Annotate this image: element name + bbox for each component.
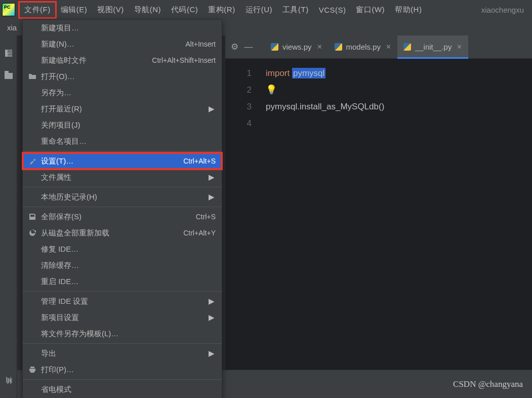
tab-models[interactable]: models.py ✕ bbox=[329, 35, 397, 59]
gear-icon[interactable]: ⚙ bbox=[227, 40, 241, 54]
menu-help[interactable]: 帮助(H) bbox=[390, 2, 427, 18]
svg-rect-1 bbox=[5, 50, 8, 57]
save-icon bbox=[28, 212, 37, 221]
tab-init[interactable]: __init__.py ✕ bbox=[397, 35, 469, 59]
chevron-right-icon: ▶ bbox=[209, 349, 215, 358]
menubar: 文件(F) 编辑(E) 视图(V) 导航(N) 代码(C) 重构(R) 运行(U… bbox=[0, 0, 532, 19]
menuitem-close-project[interactable]: 关闭项目(J) bbox=[23, 117, 222, 133]
chevron-right-icon: ▶ bbox=[209, 104, 215, 113]
python-file-icon bbox=[403, 43, 411, 51]
menuitem-export[interactable]: 导出▶ bbox=[23, 345, 222, 362]
chevron-right-icon: ▶ bbox=[209, 173, 215, 182]
menu-window[interactable]: 窗口(W) bbox=[351, 2, 390, 18]
menu-file[interactable]: 文件(F) bbox=[19, 2, 56, 18]
menu-separator bbox=[23, 379, 222, 380]
menuitem-new[interactable]: 新建(N)…Alt+Insert bbox=[23, 36, 222, 52]
menuitem-rename-project[interactable]: 重命名项目… bbox=[23, 133, 222, 149]
chevron-right-icon: ▶ bbox=[209, 297, 215, 306]
menu-edit[interactable]: 编辑(E) bbox=[56, 2, 93, 18]
menuitem-restart-ide[interactable]: 重启 IDE… bbox=[23, 273, 222, 290]
menu-navigate[interactable]: 导航(N) bbox=[129, 2, 166, 18]
menuitem-new-scratch[interactable]: 新建临时文件Ctrl+Alt+Shift+Insert bbox=[23, 52, 222, 68]
menu-run[interactable]: 运行(U) bbox=[240, 2, 277, 18]
menuitem-repair-ide[interactable]: 修复 IDE… bbox=[23, 241, 222, 257]
python-file-icon bbox=[335, 43, 342, 51]
menu-tools[interactable]: 工具(T) bbox=[277, 2, 314, 18]
menu-separator bbox=[23, 291, 222, 292]
close-icon[interactable]: ✕ bbox=[457, 43, 462, 51]
line-gutter: 1 2 3 4 bbox=[225, 59, 261, 370]
python-file-icon bbox=[271, 43, 278, 51]
menuitem-manage-ide-settings[interactable]: 管理 IDE 设置▶ bbox=[23, 293, 222, 309]
project-name-label: xiaochengxu bbox=[481, 6, 530, 14]
code-content[interactable]: import pymysql 💡 pymysql.install_as_MySQ… bbox=[261, 59, 384, 370]
pycharm-app-icon bbox=[2, 3, 15, 16]
menuitem-new-project-settings[interactable]: 新项目设置▶ bbox=[23, 309, 222, 326]
hide-tool-icon[interactable]: — bbox=[241, 40, 256, 54]
selected-text: pymysql bbox=[292, 68, 325, 78]
menuitem-invalidate-caches[interactable]: 清除缓存… bbox=[23, 257, 222, 273]
menu-separator bbox=[23, 151, 222, 151]
close-icon[interactable]: ✕ bbox=[386, 43, 391, 51]
code-editor[interactable]: 1 2 3 4 import pymysql 💡 pymysql.install… bbox=[225, 59, 532, 370]
code-line-3: pymysql.install_as_MySQLdb() bbox=[266, 98, 384, 115]
watermark-text: CSDN @changyana bbox=[453, 379, 523, 389]
left-tool-strip: 项目 结构 bbox=[0, 35, 17, 398]
menuitem-reload-disk[interactable]: 从磁盘全部重新加载Ctrl+Alt+Y bbox=[23, 225, 222, 241]
sync-icon bbox=[28, 228, 37, 237]
menu-view[interactable]: 视图(V) bbox=[92, 2, 129, 18]
menuitem-print[interactable]: 打印(P)… bbox=[23, 362, 222, 378]
chevron-right-icon: ▶ bbox=[209, 192, 215, 202]
open-folder-icon bbox=[28, 72, 37, 81]
tab-views[interactable]: views.py ✕ bbox=[265, 35, 329, 59]
menuitem-save-as-template[interactable]: 将文件另存为模板(L)… bbox=[23, 326, 222, 342]
menu-separator bbox=[23, 343, 222, 344]
wrench-icon bbox=[28, 156, 37, 166]
folder-icon[interactable] bbox=[5, 73, 13, 79]
menuitem-open-recent[interactable]: 打开最近(R)▶ bbox=[23, 101, 222, 117]
menu-vcs[interactable]: VCS(S) bbox=[314, 3, 351, 17]
close-icon[interactable]: ✕ bbox=[317, 43, 322, 51]
structure-tool-tab[interactable]: 结构 bbox=[4, 388, 13, 390]
menuitem-local-history[interactable]: 本地历史记录(H)▶ bbox=[23, 189, 222, 205]
intention-bulb-icon[interactable]: 💡 bbox=[266, 85, 277, 95]
editor-area: ⚙ — views.py ✕ models.py ✕ __init__.py ✕… bbox=[225, 35, 532, 370]
menu-refactor[interactable]: 重构(R) bbox=[203, 2, 240, 18]
menu-separator bbox=[23, 207, 222, 207]
file-menu-dropdown: 新建项目… 新建(N)…Alt+Insert 新建临时文件Ctrl+Alt+Sh… bbox=[22, 19, 222, 398]
menu-separator bbox=[23, 187, 222, 187]
menuitem-file-properties[interactable]: 文件属性▶ bbox=[23, 169, 222, 185]
menuitem-save-all[interactable]: 全部保存(S)Ctrl+S bbox=[23, 209, 222, 225]
chevron-right-icon: ▶ bbox=[209, 313, 215, 322]
editor-tabbar: ⚙ — views.py ✕ models.py ✕ __init__.py ✕ bbox=[225, 35, 532, 59]
breadcrumb-root[interactable]: xia bbox=[7, 23, 17, 32]
menuitem-new-project[interactable]: 新建项目… bbox=[23, 20, 222, 36]
menuitem-open[interactable]: 打开(O)… bbox=[23, 68, 222, 85]
menuitem-save-as[interactable]: 另存为… bbox=[23, 85, 222, 101]
menuitem-settings[interactable]: 设置(T)…Ctrl+Alt+S bbox=[23, 153, 222, 169]
print-icon bbox=[28, 365, 37, 374]
panel-icon bbox=[5, 50, 12, 57]
menuitem-power-save[interactable]: 省电模式 bbox=[23, 381, 222, 397]
keyword-import: import bbox=[266, 68, 290, 78]
menu-code[interactable]: 代码(C) bbox=[166, 2, 203, 18]
project-tool-tab[interactable]: 项目 bbox=[4, 50, 13, 62]
